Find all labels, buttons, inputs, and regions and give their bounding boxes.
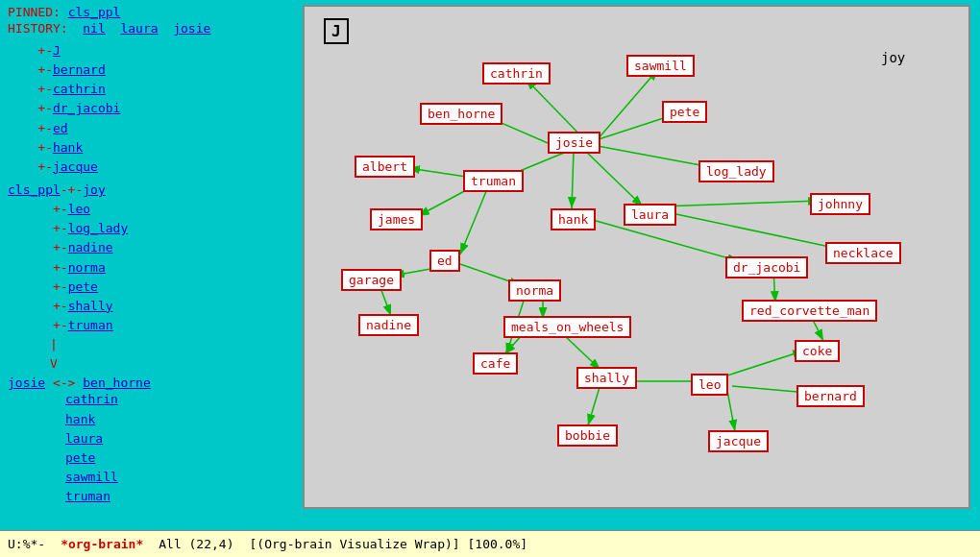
history-nil-link[interactable]: nil [83,21,105,36]
node-jacque[interactable]: jacque [708,430,769,452]
cls-ppl-tree-row: cls_ppl-+-joy [8,181,290,200]
svg-line-19 [588,384,600,425]
tree-link-truman[interactable]: truman [68,318,113,332]
svg-line-21 [724,351,804,376]
tree-item: +-dr_jacobi [8,99,290,118]
history-josie-link[interactable]: josie [173,21,210,36]
history-label: HISTORY: [8,21,68,36]
node-pete[interactable]: pete [662,101,707,123]
node-meals_on_wheels[interactable]: meals_on_wheels [503,316,631,338]
tree-link-j[interactable]: J [53,43,61,58]
status-rowcol: U:%*- [8,537,45,551]
node-ed[interactable]: ed [429,250,460,272]
status-mode: [(Org-brain Visualize Wrap)] [100.0%] [250,537,528,551]
tree-item: +-shally [8,297,290,316]
josie-conn-cathrin[interactable]: cathrin [65,390,290,409]
node-josie[interactable]: josie [548,132,600,154]
svg-line-17 [562,333,600,370]
tree-item: +-leo [8,200,290,219]
tree-v: V [50,354,290,374]
tree-item: +-pete [8,278,290,297]
status-buffer: *org-brain* [61,537,143,551]
tree-item: +-log_lady [8,219,290,238]
tree-item: +-cathrin [8,80,290,99]
josie-conn-sawmill[interactable]: sawmill [65,468,290,487]
graph-j-label: J [324,18,349,44]
history-line: HISTORY: nil laura josie [8,21,290,36]
tree-item: +-jacque [8,157,290,177]
tree-link-jacque[interactable]: jacque [53,159,98,174]
svg-line-8 [583,149,643,206]
tree-link-bernard[interactable]: bernard [53,62,106,77]
tree-link-log_lady[interactable]: log_lady [68,221,129,235]
tree-pipe: | [50,335,290,354]
tree-item: +-norma [8,258,290,278]
josie-arrow: <-> [53,375,83,390]
svg-line-11 [460,184,489,254]
tree-link-dr_jacobi[interactable]: dr_jacobi [53,101,120,115]
josie-conn-pete[interactable]: pete [65,448,290,468]
tree-container: +-J +-bernard +-cathrin +-dr_jacobi +-ed… [8,41,290,374]
node-laura[interactable]: laura [624,204,676,226]
node-garage[interactable]: garage [341,269,402,291]
node-sawmill[interactable]: sawmill [626,55,695,77]
node-nadine[interactable]: nadine [358,314,419,336]
node-necklace[interactable]: necklace [825,242,901,264]
status-position: All (22,4) [159,537,233,551]
node-bobbie[interactable]: bobbie [557,424,618,447]
josie-conn-ben_horne[interactable]: ben_horne [83,375,150,390]
tree-item: +-hank [8,138,290,157]
josie-conn-truman[interactable]: truman [65,487,290,506]
tree-item: +-truman [8,316,290,335]
tree-link-joy[interactable]: joy [83,182,105,197]
node-leo[interactable]: leo [691,374,728,396]
josie-connections-line: josie <-> ben_horne [8,375,290,390]
left-panel: PINNED: cls_ppl HISTORY: nil laura josie… [0,0,298,514]
history-laura-link[interactable]: laura [120,21,158,36]
svg-line-26 [593,220,739,261]
josie-conn-hank[interactable]: hank [65,410,290,429]
tree-link-leo[interactable]: leo [68,202,90,216]
graph-panel: J joy [303,5,970,509]
status-bar: U:%*- *org-brain* All (22,4) [(Org-brain… [0,530,980,557]
node-truman[interactable]: truman [463,170,524,192]
node-cafe[interactable]: cafe [473,352,518,375]
node-james[interactable]: james [370,208,423,230]
node-coke[interactable]: coke [795,340,840,362]
tree-link-hank[interactable]: hank [53,140,83,155]
tree-link-norma[interactable]: norma [68,260,106,275]
pinned-line: PINNED: cls_ppl [8,5,290,19]
tree-item: +-bernard [8,61,290,80]
svg-line-28 [660,201,820,206]
node-johnny[interactable]: johnny [810,193,870,215]
tree-link-nadine[interactable]: nadine [68,240,113,254]
node-red_corvette_man[interactable]: red_corvette_man [742,300,877,322]
node-hank[interactable]: hank [551,208,596,230]
node-joy[interactable]: joy [881,50,905,65]
svg-line-23 [727,391,735,431]
node-shally[interactable]: shally [576,367,637,389]
pinned-label: PINNED: [8,5,61,19]
node-log_lady[interactable]: log_lady [698,160,774,182]
pinned-cls-ppl-link[interactable]: cls_ppl [68,5,121,19]
tree-item: +-nadine [8,238,290,257]
tree-link-shally[interactable]: shally [68,299,113,313]
tree-link-cathrin[interactable]: cathrin [53,82,106,96]
node-cathrin[interactable]: cathrin [482,62,551,85]
svg-line-2 [598,69,658,139]
tree-item: +-J [8,41,290,61]
tree-link-pete[interactable]: pete [68,279,98,294]
svg-line-27 [658,210,839,249]
josie-conn-laura[interactable]: laura [65,429,290,448]
tree-item: +-ed [8,119,290,138]
node-bernard[interactable]: bernard [796,385,865,407]
josie-connections-list: cathrin hank laura pete sawmill truman [65,390,290,506]
josie-center-link[interactable]: josie [8,375,45,390]
node-norma[interactable]: norma [508,279,561,302]
svg-line-7 [572,151,574,208]
cls-ppl-link-tree[interactable]: cls_ppl [8,182,61,197]
tree-link-ed[interactable]: ed [53,121,68,135]
node-ben_horne[interactable]: ben_horne [420,103,502,125]
node-dr_jacobi[interactable]: dr_jacobi [725,256,808,278]
node-albert[interactable]: albert [355,156,415,178]
